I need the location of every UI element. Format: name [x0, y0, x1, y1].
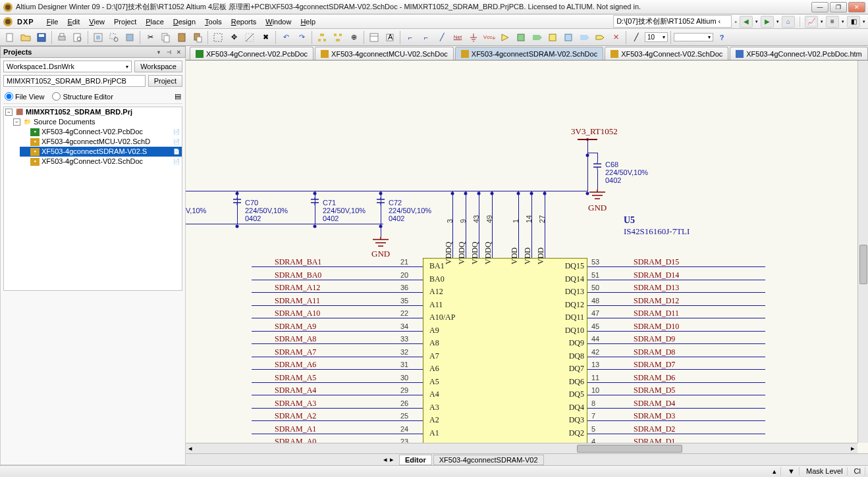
- part-icon[interactable]: [498, 30, 512, 45]
- dxp-icon[interactable]: [3, 16, 13, 27]
- zoom-area-icon[interactable]: [107, 30, 121, 45]
- workspace-combo[interactable]: Workspace1.DsnWrk▾: [3, 61, 132, 72]
- tree-file[interactable]: ▪XF503-4gConnect-V02.PcbDoc📄: [20, 127, 182, 137]
- paste-special-icon[interactable]: [190, 30, 205, 45]
- menu-view[interactable]: View: [84, 18, 109, 26]
- devsheet-icon[interactable]: [545, 30, 560, 45]
- net-label: SDRAM_A6: [275, 360, 316, 370]
- move-icon[interactable]: ✥: [227, 30, 241, 45]
- workspace-button[interactable]: Workspace: [134, 61, 182, 72]
- svg-point-14: [114, 38, 118, 41]
- nav-back-icon[interactable]: ◀: [740, 16, 753, 28]
- vcc-icon[interactable]: Vcc⏚: [482, 30, 497, 45]
- help-icon[interactable]: ?: [715, 30, 729, 45]
- port-icon[interactable]: [593, 30, 607, 45]
- hierarchy-down-icon[interactable]: [331, 30, 345, 45]
- menu-place[interactable]: Place: [141, 18, 169, 26]
- snap-combo[interactable]: ▾: [674, 33, 713, 41]
- undo-icon[interactable]: ↶: [279, 30, 293, 45]
- gnd-icon[interactable]: [466, 30, 481, 45]
- toggle-icon[interactable]: ◧: [847, 16, 860, 28]
- nav-fwd-icon[interactable]: ▶: [761, 16, 774, 28]
- menu-edit[interactable]: Edit: [63, 18, 84, 26]
- layer-icon[interactable]: ≡: [826, 16, 839, 28]
- noerc-icon[interactable]: ✕: [609, 30, 623, 45]
- save-icon[interactable]: [34, 30, 49, 45]
- document-tab[interactable]: XF503-4gConnect-V02.SchDoc: [605, 47, 728, 60]
- grid-combo[interactable]: 10 ▾: [645, 32, 668, 42]
- path-box[interactable]: D:\[07]技术创新\RT1052 Altium ‹: [613, 15, 732, 28]
- bus-icon[interactable]: ⌐: [419, 30, 433, 45]
- sheet-icon[interactable]: [514, 30, 528, 45]
- tree-file[interactable]: ▪XF503-4gconnectMCU-V02.SchD📄: [20, 137, 182, 147]
- status-mask-level[interactable]: Mask Level: [802, 467, 848, 476]
- panel-pin-icon[interactable]: ⊣: [165, 48, 173, 56]
- status-filter-icon[interactable]: ▼: [784, 467, 800, 476]
- menu-help[interactable]: Help: [296, 18, 320, 26]
- panel-options-icon[interactable]: ▤: [175, 92, 181, 101]
- vertical-scrollbar[interactable]: [857, 61, 868, 443]
- minimize-button[interactable]: —: [811, 2, 828, 13]
- harness-icon[interactable]: [561, 30, 576, 45]
- dxp-menu[interactable]: DXP: [17, 18, 34, 26]
- zoom-select-icon[interactable]: [122, 30, 137, 45]
- document-tab[interactable]: XF503-4gConnect-V02.PcbDoc.htm: [730, 47, 867, 60]
- project-tree[interactable]: − 🟫 MIMXRT1052_SDRAM_BRD.Prj − 📁 Source …: [3, 107, 182, 291]
- preview-icon[interactable]: [70, 30, 85, 45]
- tree-project-root[interactable]: − 🟫 MIMXRT1052_SDRAM_BRD.Prj: [4, 107, 182, 117]
- gnd-symbol: [371, 237, 391, 250]
- sheetentry-icon[interactable]: [529, 30, 544, 45]
- project-combo[interactable]: MIMXRT1052_SDRAM_BRD.PrjPCB: [3, 75, 146, 87]
- browse-icon[interactable]: [367, 30, 381, 45]
- copy-icon[interactable]: [159, 30, 173, 45]
- horizontal-scrollbar[interactable]: ◂▸: [186, 443, 857, 453]
- pin-number: 5: [591, 425, 595, 433]
- line-icon[interactable]: ╱: [629, 30, 643, 45]
- menu-project[interactable]: Project: [109, 18, 141, 26]
- close-button[interactable]: ✕: [848, 2, 865, 13]
- netlabel-icon[interactable]: Net: [450, 30, 465, 45]
- text-icon[interactable]: A: [383, 30, 397, 45]
- maximize-button[interactable]: ❐: [830, 2, 847, 13]
- schematic-canvas[interactable]: U5IS42S16160J-7TLI3V3_RT1052C70224/50V,1…: [186, 61, 868, 453]
- wire-icon[interactable]: ⌐: [403, 30, 418, 45]
- select-icon[interactable]: [211, 30, 225, 45]
- svg-rect-8: [60, 34, 64, 36]
- status-clear[interactable]: Cl: [850, 467, 865, 476]
- bottom-tab[interactable]: XF503-4gconnectSDRAM-V02: [433, 455, 544, 465]
- tree-file[interactable]: ▪XF503-4gConnect-V02.SchDoc📄: [20, 157, 182, 166]
- chart-icon[interactable]: 📈: [805, 16, 818, 28]
- structure-editor-radio[interactable]: Structure Editor: [52, 92, 113, 101]
- bottom-tab[interactable]: Editor: [399, 455, 432, 465]
- tree-source-documents[interactable]: − 📁 Source Documents: [12, 117, 182, 127]
- cut-icon[interactable]: ✂: [143, 30, 157, 45]
- deselect-icon[interactable]: [242, 30, 257, 45]
- paste-icon[interactable]: [175, 30, 189, 45]
- tree-file[interactable]: ▪XF503-4gconnectSDRAM-V02.S📄: [20, 147, 182, 157]
- pin-name: VDD: [523, 247, 533, 264]
- nav-home-icon[interactable]: ⌂: [782, 16, 795, 28]
- busentry-icon[interactable]: ╱: [435, 30, 449, 45]
- project-button[interactable]: Project: [148, 75, 182, 87]
- status-up-icon[interactable]: ▴: [769, 467, 781, 476]
- new-icon[interactable]: [3, 30, 17, 45]
- panel-menu-icon[interactable]: ▾: [155, 48, 163, 56]
- panel-close-icon[interactable]: ✕: [175, 48, 182, 56]
- document-tab[interactable]: XF503-4gconnectSDRAM-V02.SchDoc: [455, 47, 603, 60]
- harness-entry-icon[interactable]: [577, 30, 591, 45]
- file-view-radio[interactable]: File View: [5, 92, 44, 101]
- redo-icon[interactable]: ↷: [294, 30, 309, 45]
- print-icon[interactable]: [55, 30, 69, 45]
- clear-icon[interactable]: ✖: [258, 30, 273, 45]
- menu-window[interactable]: Window: [261, 18, 296, 26]
- open-icon[interactable]: [18, 30, 33, 45]
- cross-probe-icon[interactable]: ⊕: [346, 30, 361, 45]
- document-tab[interactable]: XF503-4gconnectMCU-V02.SchDoc: [315, 47, 454, 60]
- menu-tools[interactable]: Tools: [200, 18, 227, 26]
- menu-file[interactable]: File: [42, 18, 63, 26]
- zoom-fit-icon[interactable]: [91, 30, 105, 45]
- menu-reports[interactable]: Reports: [227, 18, 261, 26]
- document-tab[interactable]: XF503-4gConnect-V02.PcbDoc: [190, 47, 313, 60]
- hierarchy-up-icon[interactable]: [315, 30, 329, 45]
- menu-design[interactable]: Design: [169, 18, 200, 26]
